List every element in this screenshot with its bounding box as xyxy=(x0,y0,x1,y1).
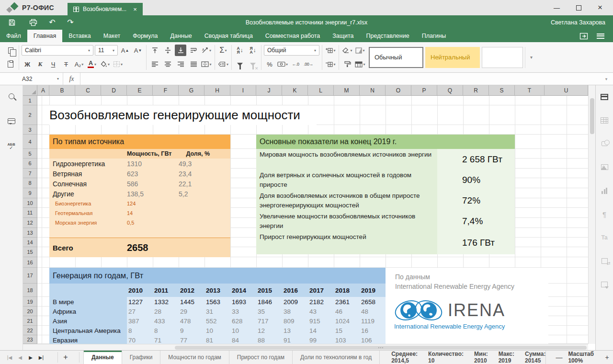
table-settings-button[interactable] xyxy=(600,115,609,125)
text-orientation-button[interactable]: A▾ xyxy=(201,45,212,56)
ribbon-tab[interactable]: Файл xyxy=(0,30,27,42)
vertical-scrollbar-thumb[interactable] xyxy=(590,98,594,134)
slicer-settings-button[interactable] xyxy=(600,256,609,266)
paste-button[interactable] xyxy=(5,58,16,70)
cell-style-neutral[interactable]: Нейтральный xyxy=(425,47,480,68)
shape-settings-button[interactable] xyxy=(600,139,609,148)
save-button[interactable] xyxy=(5,16,19,29)
menu-icon[interactable] xyxy=(597,34,604,39)
zoom-in-button[interactable]: + xyxy=(604,353,610,361)
select-all-corner[interactable] xyxy=(23,85,37,96)
collapse-formula-bar-button[interactable]: ▾ xyxy=(600,77,613,81)
format-as-table-button[interactable]: ▾ xyxy=(354,58,366,70)
previous-sheet-button[interactable]: ◀ xyxy=(15,353,25,362)
column-header[interactable]: U xyxy=(545,85,588,95)
increase-font-button[interactable]: A▲ xyxy=(119,45,131,56)
ribbon-tab[interactable]: Макет xyxy=(97,30,126,42)
column-header[interactable]: P xyxy=(411,85,437,95)
row-header[interactable]: 13 xyxy=(23,228,37,238)
fill-color-button[interactable]: ▾ xyxy=(99,58,111,70)
number-format-select[interactable]: Общий▾ xyxy=(264,45,319,56)
column-header[interactable]: C xyxy=(75,85,101,95)
bold-button[interactable]: Ж xyxy=(22,58,33,70)
autosum-button[interactable]: Σ▾ xyxy=(217,45,229,56)
row-header[interactable]: 15 xyxy=(23,247,37,257)
column-header[interactable]: K xyxy=(282,85,308,95)
row-header[interactable]: 22 xyxy=(23,326,37,335)
column-header[interactable]: S xyxy=(489,85,515,95)
justify-button[interactable] xyxy=(188,58,199,70)
row-header[interactable]: 17 xyxy=(23,268,37,284)
copy-button[interactable] xyxy=(5,45,16,56)
sheet-tab[interactable]: Доли по технологиям в год xyxy=(293,351,380,364)
column-header[interactable]: T xyxy=(515,85,545,95)
delete-cells-button[interactable]: ▾ xyxy=(325,58,336,70)
column-header[interactable]: F xyxy=(153,85,179,95)
row-header[interactable]: 5 xyxy=(23,149,37,159)
close-button[interactable]: × xyxy=(598,3,602,12)
ribbon-tab[interactable]: Сводная таблица xyxy=(198,30,259,42)
row-header[interactable]: 10 xyxy=(23,198,37,208)
row-header[interactable]: 4 xyxy=(23,135,37,149)
sheet-tab[interactable]: Мощности по годам xyxy=(160,351,229,364)
underline-button[interactable]: Ч xyxy=(47,58,59,70)
conditional-format-button[interactable]: ▾ xyxy=(354,45,366,56)
column-header[interactable]: A xyxy=(37,85,49,95)
row-header[interactable]: 7 xyxy=(23,169,37,178)
spreadsheet-grid[interactable]: Возобновляемые генерирующие мощности По … xyxy=(37,96,588,344)
sort-descending-button[interactable]: ЯА↓ xyxy=(247,45,259,56)
column-header[interactable]: B xyxy=(49,85,75,95)
row-header[interactable]: 14 xyxy=(23,238,37,247)
row-header[interactable]: 20 xyxy=(23,307,37,316)
styles-more-button[interactable]: ▾ xyxy=(525,47,537,68)
row-header[interactable]: 1 xyxy=(23,96,37,105)
first-sheet-button[interactable]: |◀ xyxy=(5,353,14,362)
tab-close-icon[interactable]: × xyxy=(133,6,137,13)
row-header[interactable]: 21 xyxy=(23,316,37,326)
insert-cells-button[interactable]: ▾ xyxy=(325,45,336,56)
column-header[interactable]: M xyxy=(334,85,360,95)
column-header[interactable]: E xyxy=(127,85,153,95)
ribbon-tab[interactable]: Формула xyxy=(126,30,164,42)
row-header[interactable]: 8 xyxy=(23,178,37,188)
next-sheet-button[interactable]: ▶ xyxy=(26,353,35,362)
decrease-font-button[interactable]: A▼ xyxy=(132,45,144,56)
cell-settings-button[interactable] xyxy=(600,92,609,102)
font-name-select[interactable]: Calibri▾ xyxy=(22,45,93,56)
row-header[interactable]: 18 xyxy=(23,284,37,297)
align-top-button[interactable] xyxy=(149,45,160,56)
textart-settings-button[interactable]: Ta xyxy=(600,233,609,242)
column-header[interactable]: H xyxy=(204,85,230,95)
row-header[interactable]: 9 xyxy=(23,188,37,198)
increase-decimal-button[interactable]: .00→ xyxy=(303,58,314,70)
row-header[interactable]: 11 xyxy=(23,208,37,218)
column-header[interactable]: G xyxy=(179,85,204,95)
borders-button[interactable]: ▾ xyxy=(112,58,124,70)
wrap-text-button[interactable] xyxy=(188,45,199,56)
row-header[interactable]: 23 xyxy=(23,335,37,344)
vertical-scrollbar[interactable] xyxy=(588,85,595,344)
formula-input[interactable] xyxy=(80,73,600,85)
ribbon-tab[interactable]: Совместная работа xyxy=(259,30,326,42)
column-header[interactable]: D xyxy=(101,85,127,95)
image-settings-button[interactable] xyxy=(600,162,609,172)
row-header[interactable]: 2 xyxy=(23,105,37,125)
column-header[interactable]: L xyxy=(308,85,334,95)
align-left-button[interactable] xyxy=(149,58,160,70)
chart-settings-button[interactable] xyxy=(600,186,609,195)
maximize-button[interactable] xyxy=(576,5,581,11)
sort-ascending-button[interactable]: АЯ↓ xyxy=(234,45,246,56)
ribbon-tab[interactable]: Главная xyxy=(27,30,63,42)
add-sheet-button[interactable]: + xyxy=(57,352,79,363)
insert-function-button[interactable]: fx xyxy=(63,73,80,85)
sheet-tab[interactable]: Графики xyxy=(122,351,161,364)
strikethrough-button[interactable]: Т xyxy=(60,58,72,70)
column-header[interactable]: O xyxy=(386,85,411,95)
named-ranges-button[interactable]: ▾ xyxy=(217,58,229,70)
print-button[interactable] xyxy=(26,16,40,29)
column-header[interactable]: N xyxy=(360,85,386,95)
search-button[interactable] xyxy=(6,91,17,102)
minimize-button[interactable]: — xyxy=(554,4,560,11)
document-tab[interactable]: Возобновляем... × xyxy=(68,3,143,15)
italic-button[interactable]: К xyxy=(34,58,46,70)
